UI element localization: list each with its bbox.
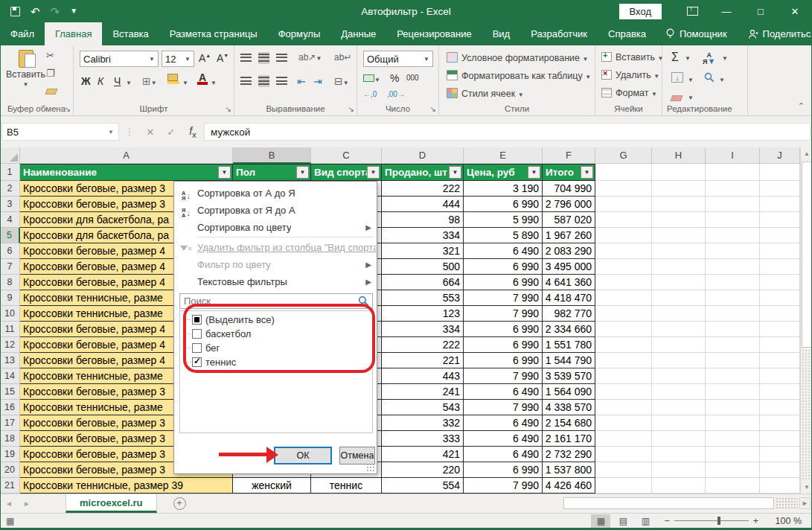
macro-record-icon[interactable]: ▦ (6, 516, 14, 526)
font-name-select[interactable]: Calibri▼ (80, 51, 159, 67)
cell-E6[interactable]: 6 490 (464, 243, 543, 259)
cell-D6[interactable]: 321 (382, 243, 464, 259)
cell-I19[interactable] (706, 447, 760, 462)
row-header-3[interactable]: 3 (0, 197, 20, 212)
sheet-tab-active[interactable]: microexcel.ru (65, 494, 157, 513)
search-icon[interactable] (358, 296, 369, 307)
ribbon-tab-Разметка страницы[interactable]: Разметка страницы (159, 22, 268, 45)
cell-D3[interactable]: 444 (382, 197, 464, 212)
cell-H20[interactable] (652, 462, 706, 478)
helper-menu-item[interactable]: Помощник (656, 22, 736, 45)
ribbon-tab-Вид[interactable]: Вид (482, 22, 521, 45)
cell-F17[interactable]: 2 154 680 (543, 415, 595, 431)
zoom-in-icon[interactable]: + (753, 516, 758, 526)
clear-dropdown-icon[interactable]: ▼ (688, 95, 694, 101)
cell-I20[interactable] (706, 462, 760, 478)
cell-E4[interactable]: 5 990 (464, 212, 543, 228)
filter-dropdown-icon-F[interactable]: ▼ (581, 166, 593, 179)
cell-C21[interactable]: теннис (311, 478, 382, 494)
row-header-19[interactable]: 19 (0, 447, 20, 462)
cell-G19[interactable] (595, 447, 652, 462)
cell-F14[interactable]: 3 539 570 (543, 368, 595, 384)
popup-resize-grip[interactable] (366, 463, 375, 472)
scroll-up-icon[interactable]: ▲ (802, 147, 812, 160)
cell-E11[interactable]: 6 990 (464, 322, 543, 337)
row-header-4[interactable]: 4 (0, 212, 20, 228)
cell-I3[interactable] (706, 197, 760, 212)
cell-G8[interactable] (595, 275, 652, 290)
sheet-nav-right-icon[interactable]: ► (18, 494, 36, 513)
ribbon-display-options-icon[interactable] (675, 0, 709, 22)
column-header-A[interactable]: A (20, 147, 233, 164)
number-format-select[interactable]: Общий▼ (363, 51, 433, 67)
underline-button[interactable]: Ч (114, 75, 121, 87)
decrease-indent-icon[interactable]: ⇤ (297, 75, 306, 87)
column-header-D[interactable]: D (382, 147, 464, 164)
cell-E2[interactable]: 3 190 (464, 181, 543, 197)
zoom-slider[interactable]: − + (664, 516, 758, 526)
copy-icon[interactable]: ❐ (46, 68, 55, 79)
sort-filter-icon[interactable]: АЯ▼ (703, 52, 715, 65)
cell-H9[interactable] (652, 290, 706, 306)
cell-F3[interactable]: 2 796 000 (543, 197, 595, 212)
filter-dropdown-icon-C[interactable]: ▼ (367, 166, 380, 179)
cell-J21[interactable] (760, 478, 800, 494)
row-header-20[interactable]: 20 (0, 462, 20, 478)
cell-J11[interactable] (760, 322, 800, 337)
maximize-button[interactable]: □ (744, 0, 778, 22)
filter-value-item-0[interactable]: (Выделить все) (183, 313, 371, 327)
filter-value-item-3[interactable]: теннис (183, 355, 371, 369)
table-header-cell-F[interactable]: Итого▼ (543, 164, 595, 181)
find-select-icon[interactable] (704, 72, 715, 85)
align-bottom-icon[interactable] (276, 52, 287, 64)
cell-I14[interactable] (706, 368, 760, 384)
collapse-ribbon-icon[interactable]: ⌃ (798, 101, 805, 111)
merge-center-icon[interactable]: ⊟▼ (334, 75, 349, 87)
cell-E10[interactable]: 7 990 (464, 306, 543, 322)
percent-style-icon[interactable]: % (390, 72, 399, 84)
filter-value-item-2[interactable]: бег (183, 341, 371, 355)
cell-E9[interactable]: 7 990 (464, 290, 543, 306)
cell-G7[interactable] (595, 259, 652, 275)
alignment-dialog-launcher-icon[interactable]: ↘ (348, 105, 354, 113)
cell-J10[interactable] (760, 306, 800, 322)
ribbon-tab-Данные[interactable]: Данные (330, 22, 386, 45)
cell-J15[interactable] (760, 384, 800, 400)
align-center-icon[interactable] (258, 75, 269, 87)
cell-I17[interactable] (706, 415, 760, 431)
vertical-scrollbar-thumb[interactable] (802, 162, 812, 348)
cell-H13[interactable] (652, 353, 706, 368)
format-as-table-button[interactable]: Форматировать как таблицу ▼ (447, 70, 591, 81)
filter-search-input[interactable] (180, 296, 358, 307)
cell-G3[interactable] (595, 197, 652, 212)
checkbox-unchecked[interactable] (192, 329, 202, 339)
ribbon-tab-Главная[interactable]: Главная (45, 22, 102, 45)
save-icon[interactable] (10, 7, 20, 16)
cell-E12[interactable]: 6 990 (464, 337, 543, 353)
underline-dropdown-icon[interactable]: ▼ (126, 80, 132, 86)
format-cells-button[interactable]: Формат ▼ (601, 88, 657, 98)
cell-J18[interactable] (760, 431, 800, 447)
cell-E14[interactable]: 7 990 (464, 368, 543, 384)
delete-cells-button[interactable]: Удалить ▼ (601, 70, 659, 80)
cell-F5[interactable]: 1 967 260 (543, 228, 595, 243)
horizontal-scrollbar-thumb[interactable] (563, 497, 774, 509)
cell-I13[interactable] (706, 353, 760, 368)
cell-H14[interactable] (652, 368, 706, 384)
cell-G6[interactable] (595, 243, 652, 259)
row-header-21[interactable]: 21 (0, 478, 20, 494)
cell-E15[interactable]: 6 490 (464, 384, 543, 400)
scroll-right-icon[interactable]: ► (799, 497, 811, 509)
page-break-view-icon[interactable]: ▥ (636, 514, 655, 528)
cell-G20[interactable] (595, 462, 652, 478)
cell-F13[interactable]: 1 544 790 (543, 353, 595, 368)
filter-dropdown-icon-E[interactable]: ▼ (528, 166, 540, 179)
column-header-C[interactable]: C (311, 147, 382, 164)
row-header-12[interactable]: 12 (0, 337, 20, 353)
cell-I8[interactable] (706, 275, 760, 290)
cell-H7[interactable] (652, 259, 706, 275)
cell-J16[interactable] (760, 400, 800, 415)
row-header-6[interactable]: 6 (0, 243, 20, 259)
row-header-5[interactable]: 5 (0, 228, 20, 243)
row-header-11[interactable]: 11 (0, 322, 20, 337)
